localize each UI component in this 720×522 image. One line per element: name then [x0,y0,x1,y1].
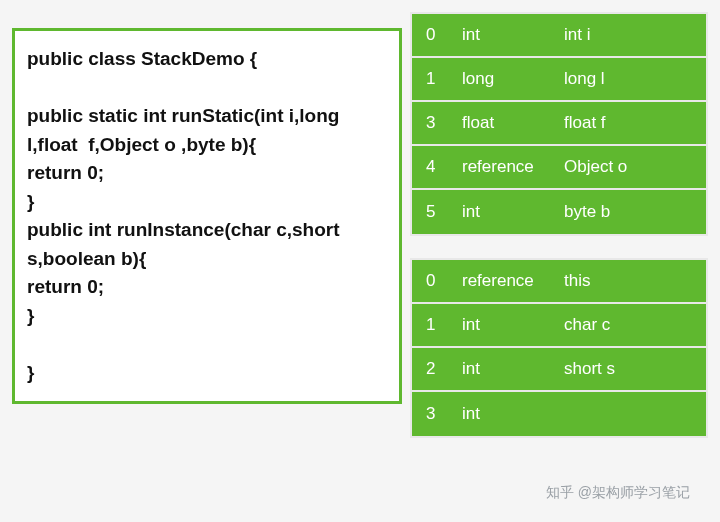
table-row: 5 int byte b [412,190,706,234]
slot-index: 2 [426,359,444,379]
slot-name: int i [564,25,692,45]
slot-name: float f [564,113,692,133]
table-row: 4 reference Object o [412,146,706,190]
local-variable-table-static: 0 int int i 1 long long l 3 float float … [410,12,708,236]
slot-type: long [462,69,546,89]
tables-column: 0 int int i 1 long long l 3 float float … [410,12,708,438]
slot-index: 0 [426,25,444,45]
local-variable-table-instance: 0 reference this 1 int char c 2 int shor… [410,258,708,438]
table-row: 3 int [412,392,706,436]
diagram-container: public class StackDemo { public static i… [12,12,708,438]
slot-index: 3 [426,404,444,424]
slot-type: int [462,404,546,424]
watermark-text: 知乎 @架构师学习笔记 [546,484,690,502]
slot-index: 5 [426,202,444,222]
table-row: 0 reference this [412,260,706,304]
slot-type: int [462,202,546,222]
slot-name: char c [564,315,692,335]
table-row: 0 int int i [412,14,706,58]
slot-type: float [462,113,546,133]
slot-type: int [462,315,546,335]
table-row: 1 long long l [412,58,706,102]
table-row: 1 int char c [412,304,706,348]
slot-type: int [462,25,546,45]
table-row: 3 float float f [412,102,706,146]
slot-index: 1 [426,69,444,89]
slot-name: Object o [564,157,692,177]
code-block: public class StackDemo { public static i… [12,28,402,404]
slot-name: short s [564,359,692,379]
slot-type: reference [462,157,546,177]
slot-index: 4 [426,157,444,177]
slot-type: reference [462,271,546,291]
slot-name: byte b [564,202,692,222]
slot-index: 1 [426,315,444,335]
table-row: 2 int short s [412,348,706,392]
slot-type: int [462,359,546,379]
slot-name: this [564,271,692,291]
slot-name: long l [564,69,692,89]
slot-index: 0 [426,271,444,291]
slot-index: 3 [426,113,444,133]
